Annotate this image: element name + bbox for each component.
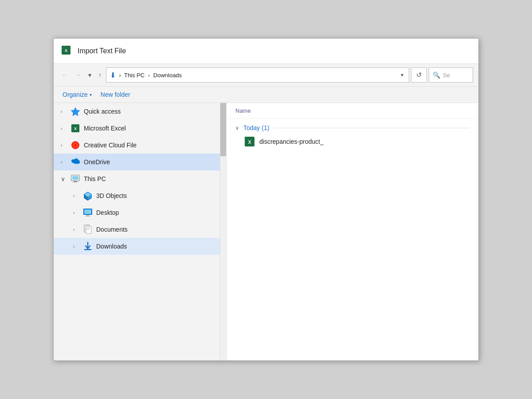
svg-text:X: X xyxy=(65,48,67,53)
address-box[interactable]: ⬇ › Today (1) This PC › Downloads ▾ xyxy=(106,67,409,83)
svg-rect-11 xyxy=(72,176,78,180)
sidebar-label-thispc: This PC xyxy=(84,175,106,182)
dropdown-arrow-button[interactable]: ▾ xyxy=(86,70,94,80)
file-item-discrepancies[interactable]: X discrepancies-product_ xyxy=(227,134,478,149)
search-icon: 🔍 xyxy=(433,71,440,79)
downloads-icon xyxy=(83,241,93,251)
sidebar-label-desktop: Desktop xyxy=(96,209,119,216)
up-button[interactable]: ↑ xyxy=(96,70,104,80)
svg-marker-3 xyxy=(71,107,80,116)
file-pane: Name ∨ Today (1) X discrepancies-product… xyxy=(227,103,478,360)
svg-rect-19 xyxy=(84,209,91,214)
scrollbar-thumb[interactable] xyxy=(220,103,227,156)
quick-access-icon xyxy=(70,107,80,116)
sidebar-item-3dobjects[interactable]: › 3D Objects xyxy=(54,187,226,204)
group-chevron[interactable]: ∨ xyxy=(235,125,239,131)
scrollbar-track[interactable] xyxy=(220,103,226,360)
sidebar: › Quick access › X Microsoft Excel xyxy=(54,103,227,360)
svg-point-8 xyxy=(74,144,77,146)
group-label-today: Today (1) xyxy=(243,124,269,131)
organize-button[interactable]: Organize ▾ xyxy=(59,89,95,100)
file-excel-icon: X xyxy=(244,136,255,147)
sidebar-item-quick-access[interactable]: › Quick access xyxy=(54,103,226,120)
onedrive-icon xyxy=(70,157,80,167)
excel-title-icon: X xyxy=(61,45,73,57)
sidebar-label-excel: Microsoft Excel xyxy=(84,125,126,132)
sidebar-label-3dobjects: 3D Objects xyxy=(96,192,127,199)
file-name-discrepancies: discrepancies-product_ xyxy=(259,138,324,145)
sidebar-label-documents: Documents xyxy=(96,226,128,233)
chevron-icon: › xyxy=(61,160,67,165)
group-divider xyxy=(274,128,469,128)
sidebar-item-desktop[interactable]: › Desktop xyxy=(54,204,226,221)
chevron-icon: ∨ xyxy=(61,175,67,182)
file-pane-header: Name xyxy=(227,103,478,119)
desktop-icon xyxy=(83,208,93,217)
sidebar-label-downloads: Downloads xyxy=(96,243,127,250)
svg-rect-21 xyxy=(85,216,90,217)
excel-sidebar-icon: X xyxy=(70,123,80,133)
3dobjects-icon xyxy=(83,191,93,201)
search-box: 🔍 Se xyxy=(429,67,473,83)
group-header-today: ∨ Today (1) xyxy=(227,119,478,134)
svg-rect-32 xyxy=(84,249,91,250)
title-bar: X Import Text File xyxy=(54,39,478,64)
chevron-icon: › xyxy=(61,126,67,131)
svg-text:X: X xyxy=(248,140,251,145)
svg-text:X: X xyxy=(74,126,77,131)
chevron-icon: › xyxy=(73,194,79,198)
svg-rect-13 xyxy=(73,182,78,182)
svg-rect-28 xyxy=(86,226,91,233)
new-folder-label: New folder xyxy=(101,91,130,98)
organize-chevron: ▾ xyxy=(90,92,92,97)
svg-rect-30 xyxy=(87,229,90,229)
sidebar-label-quick-access: Quick access xyxy=(84,108,121,115)
this-pc-icon xyxy=(70,174,80,184)
sidebar-label-onedrive: OneDrive xyxy=(84,158,110,166)
sidebar-item-onedrive[interactable]: › OneDrive xyxy=(54,154,226,170)
sidebar-label-creative-cloud: Creative Cloud File xyxy=(84,142,137,149)
address-download-arrow: ⬇ xyxy=(110,71,116,79)
chevron-icon: › xyxy=(73,244,79,249)
chevron-icon: › xyxy=(61,143,67,148)
toolbar: Organize ▾ New folder xyxy=(54,87,478,103)
sidebar-item-downloads[interactable]: › Downloads xyxy=(54,238,226,255)
dialog-title: Import Text File xyxy=(78,47,126,55)
sidebar-item-creative-cloud[interactable]: › Creative Cloud File xyxy=(54,137,226,154)
import-dialog: X Import Text File ← → ▾ ↑ ⬇ › Today (1)… xyxy=(53,38,479,361)
sidebar-item-thispc[interactable]: ∨ This PC xyxy=(54,170,226,187)
creative-cloud-icon xyxy=(70,140,80,150)
svg-rect-12 xyxy=(74,181,77,182)
address-path: › Today (1) This PC › Downloads xyxy=(117,72,397,79)
new-folder-button[interactable]: New folder xyxy=(97,89,134,100)
forward-button[interactable]: → xyxy=(72,70,84,80)
refresh-button[interactable]: ↺ xyxy=(411,67,427,83)
address-dropdown-button[interactable]: ▾ xyxy=(399,71,405,79)
documents-icon xyxy=(83,225,93,234)
address-bar-row: ← → ▾ ↑ ⬇ › Today (1) This PC › Download… xyxy=(54,64,478,87)
chevron-icon: › xyxy=(73,210,79,215)
svg-rect-29 xyxy=(87,228,90,228)
search-placeholder: Se xyxy=(443,72,450,79)
chevron-icon: › xyxy=(73,227,79,232)
sidebar-item-excel[interactable]: › X Microsoft Excel xyxy=(54,120,226,137)
svg-rect-31 xyxy=(87,229,89,230)
column-name: Name xyxy=(235,107,251,114)
organize-label: Organize xyxy=(63,91,88,98)
back-button[interactable]: ← xyxy=(59,70,70,80)
chevron-icon: › xyxy=(61,109,67,114)
svg-rect-20 xyxy=(86,215,90,216)
main-area: › Quick access › X Microsoft Excel xyxy=(54,103,478,360)
sidebar-item-documents[interactable]: › Documen xyxy=(54,221,226,238)
